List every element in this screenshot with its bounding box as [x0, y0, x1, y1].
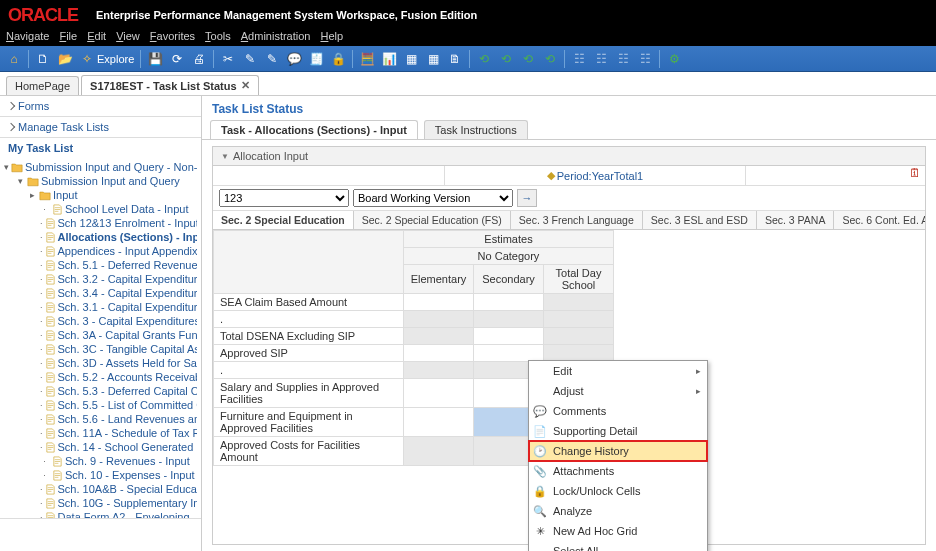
- config2-icon[interactable]: ☷: [593, 51, 609, 67]
- tree-label[interactable]: Sch. 3C - Tangible Capital Asset Co: [58, 343, 197, 355]
- tree-label[interactable]: Sch. 9 - Revenues - Input: [65, 455, 190, 467]
- tree-node[interactable]: ·Sch. 10G - Supplementary Informat: [4, 496, 197, 510]
- tree-node[interactable]: ·Sch. 5.2 - Accounts Receivable Con: [4, 370, 197, 384]
- data-cell[interactable]: [474, 345, 544, 362]
- print-icon[interactable]: 🖨: [191, 51, 207, 67]
- config1-icon[interactable]: ☷: [571, 51, 587, 67]
- menu-item-edit[interactable]: Edit: [529, 361, 707, 381]
- tree-node[interactable]: ·Sch. 5.6 - Land Revenues and Defe: [4, 412, 197, 426]
- tree-node[interactable]: ·Sch. 3A - Capital Grants Funding - I: [4, 328, 197, 342]
- section-tab[interactable]: Sec. 2 Special Education (FS): [354, 211, 511, 229]
- tree-node[interactable]: ·Sch. 3.1 - Capital Expenditures - Me: [4, 300, 197, 314]
- tree-label[interactable]: Sch. 3.1 - Capital Expenditures - Me: [58, 301, 197, 313]
- tree-node[interactable]: ·Sch. 9 - Revenues - Input: [4, 454, 197, 468]
- section-tab[interactable]: Sec. 3 ESL and ESD: [643, 211, 757, 229]
- scenario-select[interactable]: Board Working Version: [353, 189, 513, 207]
- tree-toggle-icon[interactable]: ·: [40, 275, 43, 284]
- menu-view[interactable]: View: [116, 30, 140, 46]
- tree-label[interactable]: Sch. 5.1 - Deferred Revenue - Inpu: [58, 259, 197, 271]
- data-cell[interactable]: [404, 328, 474, 345]
- tree-node[interactable]: ·Sch. 3C - Tangible Capital Asset Co: [4, 342, 197, 356]
- tree-label[interactable]: Sch. 5.2 - Accounts Receivable Con: [58, 371, 197, 383]
- data-cell[interactable]: [404, 362, 474, 379]
- my-task-list-header[interactable]: My Task List: [0, 138, 201, 158]
- tree-toggle-icon[interactable]: ·: [40, 331, 43, 340]
- rules-icon[interactable]: 📊: [381, 51, 397, 67]
- menu-favorites[interactable]: Favorites: [150, 30, 195, 46]
- go-button[interactable]: →: [517, 189, 537, 207]
- menu-tools[interactable]: Tools: [205, 30, 231, 46]
- data-cell[interactable]: [474, 328, 544, 345]
- report-icon[interactable]: 🗎: [447, 51, 463, 67]
- lock-icon[interactable]: 🔒: [330, 51, 346, 67]
- data-cell[interactable]: [474, 311, 544, 328]
- menu-file[interactable]: File: [59, 30, 77, 46]
- config4-icon[interactable]: ☷: [637, 51, 653, 67]
- content-tab-task-instructions[interactable]: Task Instructions: [424, 120, 528, 139]
- menu-item-select-all[interactable]: Select All: [529, 541, 707, 551]
- tree-toggle-icon[interactable]: ·: [40, 471, 49, 480]
- menu-help[interactable]: Help: [320, 30, 343, 46]
- refresh2-icon[interactable]: ⟲: [498, 51, 514, 67]
- tree-node[interactable]: ·Sch. 5.5 - List of Committed Capital: [4, 398, 197, 412]
- data-cell[interactable]: [474, 294, 544, 311]
- edit-icon[interactable]: ✎: [242, 51, 258, 67]
- sidebar-section-forms[interactable]: Forms: [0, 96, 201, 116]
- menu-edit[interactable]: Edit: [87, 30, 106, 46]
- tree-toggle-icon[interactable]: ▸: [28, 191, 37, 200]
- tree-node[interactable]: ·Sch. 3.2 - Capital Expenditures - Ca: [4, 272, 197, 286]
- tree-toggle-icon[interactable]: ·: [40, 233, 43, 242]
- tab-s1718est-task-list-status[interactable]: S1718EST - Task List Status✕: [81, 75, 259, 95]
- version-select[interactable]: 123: [219, 189, 349, 207]
- tree-node[interactable]: ▾Submission Input and Query - Non-FS_Sou…: [4, 160, 197, 174]
- context-menu[interactable]: EditAdjust💬Comments📄Supporting Detail🕑Ch…: [528, 360, 708, 551]
- tree-node[interactable]: ·Data Form A2 - Enveloping - Input: [4, 510, 197, 518]
- section-tab[interactable]: Sec. 6 Cont. Ed. And Other Prog.: [834, 211, 925, 229]
- tree-node[interactable]: ·Sch. 3 - Capital Expenditures - Inpu: [4, 314, 197, 328]
- adjust-icon[interactable]: ✎: [264, 51, 280, 67]
- cut-icon[interactable]: ✂: [220, 51, 236, 67]
- data-cell[interactable]: [404, 437, 474, 466]
- tree-toggle-icon[interactable]: ·: [40, 401, 43, 410]
- tree-toggle-icon[interactable]: ·: [40, 345, 43, 354]
- period-link[interactable]: ◆Period:YearTotal1: [547, 169, 643, 182]
- tree-label[interactable]: Submission Input and Query - Non-FS_Soum…: [25, 161, 197, 173]
- menu-item-attachments[interactable]: 📎Attachments: [529, 461, 707, 481]
- tree-node[interactable]: ·Sch. 3D - Assets Held for Sale - Inp: [4, 356, 197, 370]
- open-icon[interactable]: 📂: [57, 51, 73, 67]
- home-icon[interactable]: ⌂: [6, 51, 22, 67]
- tree-label[interactable]: Sch. 3 - Capital Expenditures - Inpu: [58, 315, 197, 327]
- data-cell[interactable]: [404, 294, 474, 311]
- menu-administration[interactable]: Administration: [241, 30, 311, 46]
- menu-item-lock-unlock-cells[interactable]: 🔒Lock/Unlock Cells: [529, 481, 707, 501]
- tree-node[interactable]: ·Allocations (Sections) - Input: [4, 230, 197, 244]
- new-icon[interactable]: 🗋: [35, 51, 51, 67]
- menu-item-adjust[interactable]: Adjust: [529, 381, 707, 401]
- menu-item-analyze[interactable]: 🔍Analyze: [529, 501, 707, 521]
- sidebar-section-manage-task-lists[interactable]: Manage Task Lists: [0, 117, 201, 137]
- menu-item-comments[interactable]: 💬Comments: [529, 401, 707, 421]
- tree-node[interactable]: ·Appendices - Input Appendix F only: [4, 244, 197, 258]
- data-cell[interactable]: [404, 345, 474, 362]
- grid-icon[interactable]: ▦: [403, 51, 419, 67]
- tree-label[interactable]: Sch. 3.4 - Capital Expenditures Det: [58, 287, 197, 299]
- tree-label[interactable]: Sch. 3D - Assets Held for Sale - Inp: [58, 357, 197, 369]
- data-cell[interactable]: [544, 311, 614, 328]
- menu-item-change-history[interactable]: 🕑Change History: [529, 441, 707, 461]
- menu-navigate[interactable]: Navigate: [6, 30, 49, 46]
- tree-toggle-icon[interactable]: ·: [40, 317, 43, 326]
- data-cell[interactable]: [404, 311, 474, 328]
- data-cell[interactable]: [404, 408, 474, 437]
- tree-label[interactable]: Appendices - Input Appendix F only: [58, 245, 197, 257]
- grid2-icon[interactable]: ▦: [425, 51, 441, 67]
- calc-icon[interactable]: 🧮: [359, 51, 375, 67]
- calendar-icon[interactable]: 🗓: [909, 166, 921, 180]
- explore-button[interactable]: ✧Explore: [79, 51, 134, 67]
- tree-label[interactable]: Sch. 11A - Schedule of Tax Revenu: [58, 427, 197, 439]
- refresh-icon[interactable]: ⟲: [476, 51, 492, 67]
- tree-toggle-icon[interactable]: ·: [40, 359, 43, 368]
- comment-icon[interactable]: 💬: [286, 51, 302, 67]
- data-cell[interactable]: [544, 294, 614, 311]
- tree-label[interactable]: Data Form A2 - Enveloping - Input: [58, 511, 197, 518]
- tree-toggle-icon[interactable]: ·: [40, 219, 43, 228]
